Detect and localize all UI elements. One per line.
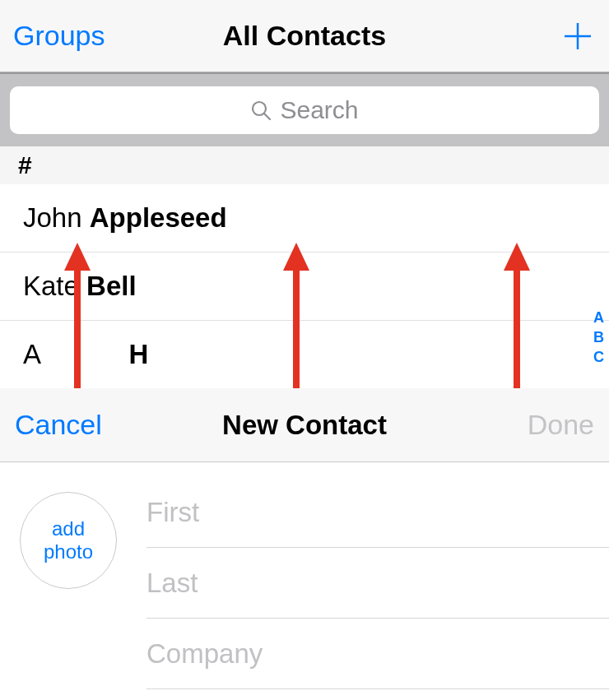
search-input[interactable]: Search xyxy=(10,86,599,134)
search-icon xyxy=(250,100,272,121)
contact-row[interactable]: Kate Bell xyxy=(0,253,609,321)
add-contact-button[interactable] xyxy=(560,18,596,54)
groups-button[interactable]: Groups xyxy=(13,20,105,52)
search-placeholder: Search xyxy=(280,96,358,124)
contact-first-name: A xyxy=(23,339,40,369)
new-contact-form: add photo First Last Company xyxy=(0,462,609,689)
field-placeholder: First xyxy=(146,497,199,528)
plus-icon xyxy=(560,18,596,54)
add-photo-button[interactable]: add photo xyxy=(20,492,117,589)
index-letter[interactable]: C xyxy=(593,347,604,367)
search-container: Search xyxy=(0,72,609,146)
first-name-field[interactable]: First xyxy=(146,477,609,548)
contact-row[interactable]: A H xyxy=(0,321,609,370)
contact-last-name: Appleseed xyxy=(90,202,227,233)
cancel-button[interactable]: Cancel xyxy=(15,409,102,441)
contact-row[interactable]: John Appleseed xyxy=(0,184,609,253)
contact-last-name: Bell xyxy=(86,271,137,301)
contact-first-name: Kate xyxy=(23,271,79,301)
svg-line-3 xyxy=(264,114,270,119)
contact-last-name: H xyxy=(129,339,149,369)
company-field[interactable]: Company xyxy=(146,619,609,689)
name-fields: First Last Company xyxy=(146,477,609,689)
last-name-field[interactable]: Last xyxy=(146,548,609,619)
add-photo-label-line2: photo xyxy=(44,540,93,563)
field-placeholder: Company xyxy=(146,638,263,670)
field-placeholder: Last xyxy=(146,568,198,599)
contacts-list: John Appleseed Kate Bell A H A B C xyxy=(0,184,609,398)
contacts-nav-bar: Groups All Contacts xyxy=(0,0,609,72)
new-contact-sheet: Cancel New Contact Done add photo First … xyxy=(0,388,609,700)
alphabet-index[interactable]: A B C xyxy=(593,308,604,367)
index-letter[interactable]: A xyxy=(593,308,604,327)
section-header: # xyxy=(0,146,609,184)
done-button[interactable]: Done xyxy=(528,409,594,441)
contact-first-name: John xyxy=(23,202,82,233)
sheet-nav-bar: Cancel New Contact Done xyxy=(0,388,609,462)
index-letter[interactable]: B xyxy=(593,327,604,347)
add-photo-label-line1: add xyxy=(44,517,93,540)
